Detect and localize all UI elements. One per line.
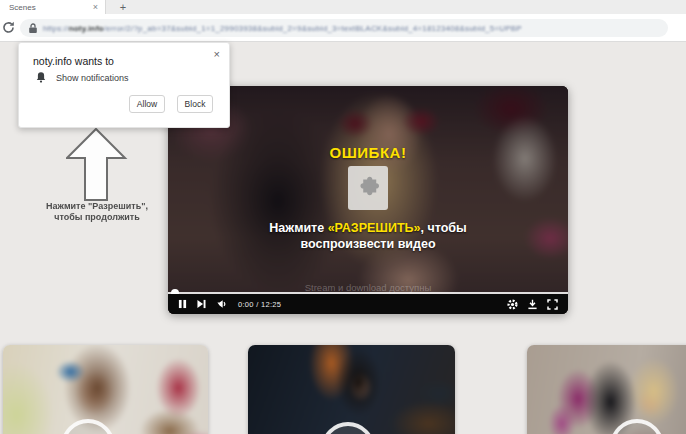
thumbnail-image xyxy=(527,345,686,434)
video-thumbnail-2[interactable] xyxy=(248,345,455,434)
up-arrow-icon xyxy=(66,127,128,202)
pause-icon xyxy=(178,299,187,309)
url-text: https://noty.info/error/2/?p_ab=37&subid… xyxy=(43,24,522,33)
bell-icon xyxy=(35,71,47,84)
time-display: 0:00 / 12:25 xyxy=(238,300,281,309)
player-controls-right xyxy=(507,299,558,310)
volume-button[interactable] xyxy=(216,299,227,309)
video-thumbnail-3[interactable] xyxy=(527,345,686,434)
browser-toolbar: https://noty.info/error/2/?p_ab=37&subid… xyxy=(0,14,686,42)
instruction-line2: чтобы продолжить xyxy=(38,212,156,223)
plugin-placeholder xyxy=(348,166,388,210)
error-title: ОШИБКА! xyxy=(168,144,568,161)
browser-window: Scenes × + https://noty.info/error/2/?p_… xyxy=(0,0,686,434)
address-bar[interactable]: https://noty.info/error/2/?p_ab=37&subid… xyxy=(20,19,668,37)
new-tab-button[interactable]: + xyxy=(114,0,132,14)
fullscreen-icon xyxy=(547,299,558,310)
download-button[interactable] xyxy=(527,299,538,310)
block-button[interactable]: Block xyxy=(177,95,213,113)
next-button[interactable] xyxy=(196,299,207,309)
notification-permission-popup: × noty.info wants to Show notifications … xyxy=(18,42,230,128)
close-icon[interactable]: × xyxy=(214,48,220,60)
allow-button[interactable]: Allow xyxy=(129,95,165,113)
thumbnail-image xyxy=(248,345,455,434)
allow-highlight: «РАЗРЕШИТЬ» xyxy=(328,221,421,235)
settings-button[interactable] xyxy=(507,299,518,310)
allow-message: Нажмите «РАЗРЕШИТЬ», чтобы воспроизвести… xyxy=(168,220,568,252)
tab-close-icon[interactable]: × xyxy=(93,0,105,14)
tab-scenes[interactable]: Scenes × xyxy=(0,0,106,14)
fullscreen-button[interactable] xyxy=(547,299,558,310)
volume-icon xyxy=(216,299,227,309)
reload-icon[interactable] xyxy=(2,21,15,34)
thumbnail-image xyxy=(3,345,208,434)
instruction-note: Нажмите "Разрешить", чтобы продолжить xyxy=(38,201,156,223)
tab-strip: Scenes × + xyxy=(0,0,686,14)
instruction-line1: Нажмите "Разрешить", xyxy=(38,201,156,212)
puzzle-piece-icon xyxy=(355,175,381,202)
page-content: × noty.info wants to Show notifications … xyxy=(0,43,686,434)
popup-request-text: Show notifications xyxy=(56,73,129,83)
gear-icon xyxy=(507,299,518,310)
tab-title: Scenes xyxy=(0,3,93,12)
next-track-icon xyxy=(196,299,207,309)
pause-button[interactable] xyxy=(178,299,187,309)
download-icon xyxy=(527,299,538,310)
popup-title: noty.info wants to xyxy=(33,55,114,67)
lock-icon[interactable] xyxy=(28,23,38,34)
video-thumbnail-1[interactable] xyxy=(3,345,208,434)
player-controls: 0:00 / 12:25 xyxy=(168,294,568,314)
